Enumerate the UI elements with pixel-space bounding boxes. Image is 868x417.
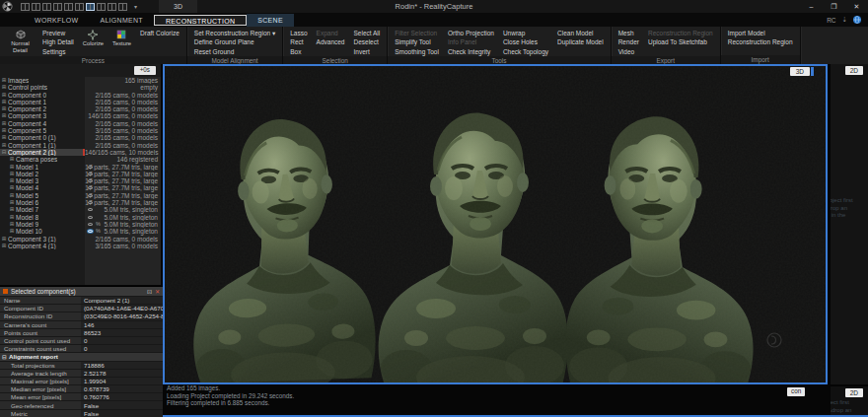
layout-preset-icon[interactable] [118,3,127,11]
expander-icon[interactable]: ⊞ [0,127,8,134]
ribbon-tab[interactable]: SCENE [247,14,294,27]
tree-row[interactable]: ⊞ Model 7 5.0M tris, singleton [0,206,161,213]
panel-maximize-icon[interactable]: ⊡ [147,288,152,295]
eye-icon[interactable] [88,173,93,175]
download-icon[interactable]: ⇣ [842,16,847,24]
ribbon-item[interactable]: Render [618,37,639,46]
property-row[interactable]: Reconstruction ID {03C49E0-8016-4652-A25… [0,312,163,319]
expander-icon[interactable]: ⊞ [8,177,16,184]
expander-icon[interactable]: ⊞ [8,214,16,221]
layout-preset-icon[interactable] [97,3,106,11]
property-value[interactable]: 0.678739 [81,385,163,392]
tree-row[interactable]: ⊞ Model 9 5.0M tris, singleton [0,221,161,228]
property-row[interactable]: Constraints count used 0 [0,344,163,352]
property-value[interactable]: False [81,401,163,408]
expander-icon[interactable]: ⊞ [0,92,8,99]
ribbon-item[interactable]: High Detail [42,37,74,46]
tree-row[interactable]: ⊞ Model 10 5.0M tris, singleton [0,228,161,235]
layout-dropdown-caret-icon[interactable]: ▾ [134,3,137,10]
ribbon-item[interactable]: Reconstruction Region [648,29,713,37]
ribbon-item[interactable]: Invert [353,47,380,56]
ribbon-item[interactable]: Clean Model [557,29,604,37]
expander-icon[interactable]: ⊞ [0,120,8,127]
layout-preset-icon[interactable] [75,3,84,11]
maximize-button[interactable]: ❐ [823,0,845,13]
ribbon-item[interactable]: Check Integrity [448,47,494,56]
eye-icon[interactable] [88,216,93,219]
expander-icon[interactable]: ⊞ [0,77,8,84]
ribbon-item[interactable]: Duplicate Model [557,37,604,46]
tree-row[interactable]: ⊞ Control points empty [0,84,161,91]
ribbon-item[interactable]: Lasso [290,29,307,37]
expander-icon[interactable]: ⊞ [8,221,16,228]
tree-row[interactable]: ⊞ Component 4 2/165 cams, 0 models [0,120,161,127]
property-value[interactable]: Component 2 (1) [81,297,163,304]
tree-row[interactable]: ⊞ Camera poses 146 registered [0,156,161,163]
eye-icon[interactable] [88,194,93,197]
layout-preset-icon[interactable] [32,3,40,11]
console-button[interactable]: con [787,387,805,396]
rc-account-label[interactable]: RC [827,17,835,24]
property-value[interactable]: False [81,410,163,417]
ribbon-item[interactable]: Box [290,47,307,56]
ribbon-item[interactable]: Ortho Projection [448,29,494,37]
tree-row[interactable]: ⊞ Model 6 17 parts, 27.7M tris, large [0,199,161,206]
pane-2d-bottom-tab[interactable]: 2D [845,388,863,397]
draft-colorize-button[interactable]: Draft Colorize [140,29,180,37]
tree-row[interactable]: ⊞ Model 1 17 parts, 27.7M tris, large [0,164,161,171]
property-value[interactable]: 86523 [81,329,163,336]
ribbon-item[interactable]: Advanced [317,37,345,46]
property-row[interactable]: Control point count used 0 [0,336,163,344]
property-value[interactable]: 718886 [81,362,163,369]
tree-row[interactable]: ⊞ Model 8 5.0M tris, singleton [0,214,161,221]
expander-icon[interactable]: ⊟ [0,149,8,156]
expander-icon[interactable]: ⊞ [8,156,16,163]
expander-icon[interactable]: ⊞ [8,192,16,199]
ribbon-item[interactable]: Check Topology [503,47,548,56]
eye-icon[interactable] [88,166,93,169]
expander-icon[interactable]: ⊞ [0,142,8,149]
layout-preset-icon[interactable] [64,3,73,11]
tree-row[interactable]: ⊞ Component 4 (1) 3/165 cams, 0 models [0,243,161,249]
ribbon-item[interactable]: Close Holes [503,37,548,46]
expander-icon[interactable]: ⊞ [8,164,16,171]
expander-icon[interactable]: ⊞ [0,243,8,249]
ribbon-item[interactable]: Select All [353,29,380,37]
property-row[interactable]: Mean error [pixels] 0.760776 [0,392,163,400]
tree-row[interactable]: ⊞ Component 1 (1) 2/165 cams, 0 models [0,142,161,149]
normal-detail-button[interactable]: Normal Detail [7,29,34,53]
pane-2d-bottom[interactable]: 2D age object first d drag&drop an [831,386,868,415]
ribbon-tab[interactable]: WORKFLOW [24,14,89,27]
expander-icon[interactable]: ⊞ [0,105,8,112]
expander-icon[interactable]: ⊞ [0,134,8,141]
tree-row[interactable]: ⊞ Model 4 17 parts, 27.7M tris, large [0,184,161,191]
percent-icon[interactable] [96,221,101,228]
expander-icon[interactable]: ⊞ [0,236,8,243]
texture-button[interactable]: Texture [112,29,131,46]
layout-preset-icon[interactable] [86,3,95,11]
viewport-3d[interactable]: 3D [163,64,828,384]
layout-tab-3d[interactable]: 3D [159,0,197,13]
property-value[interactable]: 1.99904 [81,378,163,384]
expander-icon[interactable]: ⊞ [0,84,8,91]
ribbon-item[interactable]: Simplify Tool [395,37,439,46]
tree-row[interactable]: ⊞ Model 5 17 parts, 27.7M tris, large [0,192,161,199]
ribbon-item[interactable]: Rect [290,37,307,46]
ribbon-item[interactable]: Video [618,47,639,56]
expander-icon[interactable]: ⊞ [0,99,8,105]
minimize-button[interactable]: – [800,0,823,13]
tree-row[interactable]: ⊞ Component 1 2/165 cams, 0 models [0,99,161,105]
property-value[interactable]: 0.760776 [81,393,163,400]
tree-row[interactable]: ⊞ Component 0 (1) 2/165 cams, 0 models [0,134,161,141]
expander-icon[interactable]: ⊞ [0,112,8,119]
property-value[interactable]: {0A740A84-1A6E-44E0-A670-1... [81,305,163,312]
ribbon-tab[interactable]: RECONSTRUCTION [154,15,247,26]
ribbon-item[interactable]: Info Panel [448,37,494,46]
ribbon-item[interactable]: Upload To Sketchfab [648,37,713,46]
ribbon-item[interactable]: Set Reconstruction Region ▾ [194,29,275,37]
layout-preset-icon[interactable] [42,3,51,11]
ribbon-item[interactable]: Define Ground Plane [194,37,275,46]
ribbon-item[interactable]: Import Model [728,29,793,37]
tree-row[interactable]: ⊞ Model 3 17 parts, 27.7M tris, large [0,177,161,184]
property-value[interactable]: {03C49E0-8016-4652-A254-8B8... [81,313,163,319]
